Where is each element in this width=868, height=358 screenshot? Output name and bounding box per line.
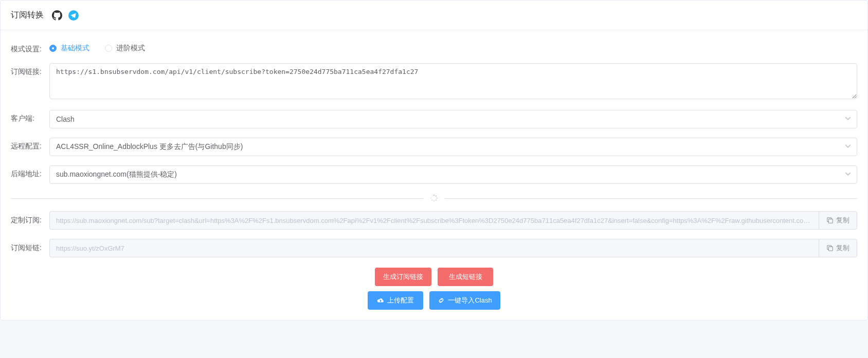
svg-point-2 [436, 195, 437, 196]
control-backend: sub.maoxiongnet.com(猫熊提供-稳定) [49, 165, 857, 184]
radio-advanced-mode[interactable]: 进阶模式 [105, 44, 145, 53]
radio-dot-icon [49, 45, 57, 52]
mode-radios: 基础模式 进阶模式 [49, 41, 857, 53]
row-custom-sub: 定制订阅: 复制 [11, 211, 857, 230]
svg-point-3 [437, 197, 438, 198]
upload-config-button[interactable]: 上传配置 [368, 291, 423, 310]
svg-point-6 [431, 199, 432, 200]
header-icons [52, 10, 79, 21]
import-clash-button[interactable]: 一键导入Clash [429, 291, 500, 310]
chevron-down-icon [844, 115, 852, 124]
custom-input-group: 复制 [49, 211, 857, 230]
github-icon[interactable] [52, 10, 62, 21]
chevron-down-icon [844, 171, 852, 179]
label-sublink: 订阅链接: [11, 63, 49, 77]
page-title: 订阅转换 [11, 10, 44, 21]
telegram-icon[interactable] [68, 10, 79, 21]
custom-sub-output [49, 211, 819, 230]
main-card: 订阅转换 模式设置: 基础模式 进阶模式 [0, 0, 868, 321]
copy-custom-button[interactable]: 复制 [819, 211, 857, 230]
chevron-down-icon [844, 143, 852, 152]
button-row-2: 上传配置 一键导入Clash [368, 291, 500, 310]
form-body: 模式设置: 基础模式 进阶模式 订阅链接: 客户端: [1, 30, 867, 320]
generate-sub-button[interactable]: 生成订阅链接 [375, 268, 431, 286]
label-backend: 后端地址: [11, 165, 49, 179]
cloud-upload-icon [377, 297, 384, 304]
divider [11, 198, 857, 199]
control-sublink [49, 63, 857, 101]
link-icon [438, 297, 445, 304]
row-client: 客户端: Clash [11, 110, 857, 128]
remote-select[interactable]: ACL4SSR_Online_AdblockPlus 更多去广告(与Github… [49, 138, 857, 156]
row-sublink: 订阅链接: [11, 63, 857, 101]
backend-select-value: sub.maoxiongnet.com(猫熊提供-稳定) [56, 170, 177, 179]
button-area: 生成订阅链接 生成短链接 上传配置 一键导入Clash [11, 268, 857, 310]
remote-select-value: ACL4SSR_Online_AdblockPlus 更多去广告(与Github… [56, 142, 243, 152]
backend-select[interactable]: sub.maoxiongnet.com(猫熊提供-稳定) [49, 165, 857, 184]
btn-label: 生成订阅链接 [383, 272, 423, 281]
header: 订阅转换 [1, 1, 867, 30]
copy-label: 复制 [836, 216, 849, 225]
label-client: 客户端: [11, 110, 49, 123]
control-client: Clash [49, 110, 857, 128]
row-remote: 远程配置: ACL4SSR_Online_AdblockPlus 更多去广告(与… [11, 138, 857, 156]
copy-short-button[interactable]: 复制 [819, 239, 857, 257]
svg-point-7 [431, 197, 432, 198]
copy-label: 复制 [836, 243, 849, 253]
label-custom: 定制订阅: [11, 216, 49, 225]
radio-dot-icon [105, 45, 112, 52]
row-backend: 后端地址: sub.maoxiongnet.com(猫熊提供-稳定) [11, 165, 857, 184]
sublink-textarea[interactable] [49, 63, 857, 99]
svg-point-4 [436, 199, 437, 200]
btn-label: 生成短链接 [449, 272, 482, 281]
radio-basic-mode[interactable]: 基础模式 [49, 44, 89, 53]
client-select-value: Clash [56, 115, 75, 123]
copy-icon [826, 217, 834, 224]
svg-point-5 [433, 200, 435, 201]
svg-point-8 [431, 195, 432, 196]
svg-point-1 [433, 195, 435, 196]
svg-rect-9 [828, 219, 833, 223]
client-select[interactable]: Clash [49, 110, 857, 128]
svg-rect-10 [828, 247, 833, 251]
button-row-1: 生成订阅链接 生成短链接 [375, 268, 493, 286]
short-input-group: 复制 [49, 239, 857, 257]
control-remote: ACL4SSR_Online_AdblockPlus 更多去广告(与Github… [49, 138, 857, 156]
row-mode: 模式设置: 基础模式 进阶模式 [11, 41, 857, 54]
row-short-link: 订阅短链: 复制 [11, 239, 857, 257]
label-remote: 远程配置: [11, 138, 49, 151]
radio-basic-label: 基础模式 [61, 44, 89, 53]
label-mode: 模式设置: [11, 41, 49, 54]
copy-icon [826, 244, 834, 252]
btn-label: 上传配置 [387, 296, 414, 305]
short-link-output [49, 239, 819, 257]
radio-advanced-label: 进阶模式 [116, 44, 145, 53]
generate-short-button[interactable]: 生成短链接 [438, 268, 493, 286]
label-short: 订阅短链: [11, 243, 49, 253]
loading-icon [423, 194, 445, 203]
btn-label: 一键导入Clash [448, 296, 492, 305]
